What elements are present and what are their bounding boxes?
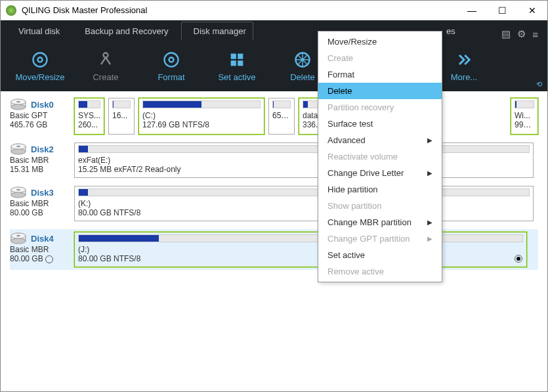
tab-bar: Virtual disk Backup and Recovery Disk ma… xyxy=(1,20,547,40)
partition-fill xyxy=(273,101,274,108)
svg-point-27 xyxy=(11,238,26,244)
disk-info: Disk4Basic MBR80.00 GB xyxy=(10,232,70,267)
partition[interactable]: (C:)127.69 GB NTFS/8 xyxy=(138,98,264,135)
partition-fill xyxy=(79,101,87,108)
menu-item-change-drive-letter[interactable]: Change Drive Letter▶ xyxy=(318,165,442,181)
refresh-icon[interactable]: ⟲ xyxy=(536,80,542,89)
menu-item-label: Create xyxy=(327,53,353,63)
format-icon xyxy=(138,50,204,70)
disk-size: 80.00 GB xyxy=(10,254,70,263)
radio-on[interactable] xyxy=(515,255,522,263)
menu-icon[interactable]: ≡ xyxy=(532,29,538,40)
menu-item-reactivate-volume: Reactivate volume xyxy=(318,148,442,165)
menu-item-label: Remove active xyxy=(327,267,384,276)
close-button[interactable]: ✕ xyxy=(517,1,547,20)
svg-point-17 xyxy=(11,149,26,154)
disk-type: Basic MBR xyxy=(10,245,70,254)
partition-sublabel: 80.00 GB NTFS/8 xyxy=(78,254,523,263)
disk-icon xyxy=(10,186,27,199)
partition[interactable]: exFat(E:)15.25 MB exFAT/2 Read-only xyxy=(74,142,534,178)
partition-bar xyxy=(78,100,100,108)
create-label: Create xyxy=(73,72,138,82)
partition-bar xyxy=(78,188,530,196)
toolbar: Move/ResizeCreateFormatSet activeDeletee… xyxy=(1,40,547,91)
toolbar-set-active[interactable]: Set active xyxy=(204,50,270,82)
set-active-icon xyxy=(204,50,270,70)
partition-bar xyxy=(515,100,534,108)
submenu-arrow-icon: ▶ xyxy=(427,137,432,144)
svg-point-19 xyxy=(16,146,20,147)
move-resize-icon xyxy=(7,50,73,70)
menu-item-delete[interactable]: Delete xyxy=(318,83,442,99)
menu-item-hide-partition[interactable]: Hide partition xyxy=(318,181,442,198)
menu-item-label: Format xyxy=(327,70,354,79)
menu-item-label: Change Drive Letter xyxy=(327,168,404,178)
disk-size: 15.31 MB xyxy=(10,165,70,174)
list-icon[interactable]: ▤ xyxy=(501,28,511,40)
disk-name: Disk0 xyxy=(31,100,54,110)
menu-item-label: Move/Resize xyxy=(327,37,377,47)
partition[interactable]: 653... xyxy=(268,98,295,135)
partition-sublabel: 80.00 GB NTFS/8 xyxy=(78,208,530,217)
menu-item-move-resize[interactable]: Move/Resize xyxy=(318,33,442,50)
toolbar-move-resize[interactable]: Move/Resize xyxy=(7,50,73,82)
partition[interactable]: 16... xyxy=(108,98,135,135)
disk-type: Basic MBR xyxy=(10,156,70,165)
tab-disk-manager[interactable]: Disk manager xyxy=(181,22,253,40)
partition-sublabel: 127.69 GB NTFS/8 xyxy=(142,120,261,129)
menu-item-advanced[interactable]: Advanced▶ xyxy=(318,132,442,148)
menu-item-partition-recovery: Partition recovery xyxy=(318,99,442,116)
partition-fill xyxy=(515,101,516,108)
disk-row-disk3[interactable]: Disk3Basic MBR80.00 GB(K:)80.00 GB NTFS/… xyxy=(10,186,538,221)
partition[interactable]: SYS...260... xyxy=(74,98,104,135)
disk-icon xyxy=(10,232,27,245)
partition[interactable]: Wi...995... xyxy=(511,98,538,135)
partition[interactable]: (J:)80.00 GB NTFS/8 xyxy=(74,232,527,267)
disk-name: Disk4 xyxy=(31,234,54,244)
disk-name: Disk3 xyxy=(31,188,54,198)
set-active-label: Set active xyxy=(204,72,270,82)
gear-icon[interactable]: ⚙ xyxy=(517,28,526,40)
toolbar-format[interactable]: Format xyxy=(138,50,204,82)
menu-item-label: Delete xyxy=(327,86,352,96)
partition-fill xyxy=(303,101,308,108)
disk-type: Basic MBR xyxy=(10,199,70,208)
menu-item-label: Partition recovery xyxy=(327,102,394,112)
disk-row-disk0[interactable]: Disk0Basic GPT465.76 GBSYS...260...16...… xyxy=(10,98,538,135)
partition-label: (C:) xyxy=(142,111,261,120)
disk-name: Disk2 xyxy=(31,144,54,154)
partition-bar xyxy=(142,100,261,108)
menu-item-label: Change MBR partition xyxy=(327,217,411,227)
disk-row-disk4[interactable]: Disk4Basic MBR80.00 GB (J:)80.00 GB NTFS… xyxy=(10,229,538,270)
disk-list: Disk0Basic GPT465.76 GBSYS...260...16...… xyxy=(1,91,547,284)
menu-item-format[interactable]: Format xyxy=(318,66,442,83)
titlebar: QILING Disk Master Professional — ☐ ✕ xyxy=(1,1,547,20)
svg-rect-8 xyxy=(238,60,243,66)
partition-sublabel: 15.25 MB exFAT/2 Read-only xyxy=(78,165,530,174)
toolbar-create: Create xyxy=(73,50,138,82)
partition-sublabel: 653... xyxy=(272,111,291,120)
maximize-button[interactable]: ☐ xyxy=(487,1,517,20)
minimize-button[interactable]: — xyxy=(457,1,487,20)
menu-item-surface-test[interactable]: Surface test xyxy=(318,116,442,132)
create-icon xyxy=(73,50,138,70)
partition[interactable]: (K:)80.00 GB NTFS/8 xyxy=(74,186,534,221)
svg-rect-6 xyxy=(238,53,243,58)
partition-label: Wi... xyxy=(515,111,534,120)
partition-fill xyxy=(79,146,88,152)
tab-right-icons: ▤ ⚙ ≡ xyxy=(501,28,542,40)
menu-item-remove-active: Remove active xyxy=(318,263,442,280)
disk-size: 465.76 GB xyxy=(10,120,70,129)
svg-point-4 xyxy=(169,57,174,62)
partition-bar xyxy=(112,100,131,108)
disk-icon xyxy=(10,98,27,111)
disk-row-disk2[interactable]: Disk2Basic MBR15.31 MBexFat(E:)15.25 MB … xyxy=(10,142,538,178)
tab-backup-recovery[interactable]: Backup and Recovery xyxy=(72,22,180,40)
menu-item-change-mbr-partition[interactable]: Change MBR partition▶ xyxy=(318,214,442,230)
radio-off[interactable] xyxy=(45,255,53,263)
partition-label: exFat(E:) xyxy=(78,156,530,165)
toolbar-more[interactable]: More... xyxy=(438,50,490,82)
tab-virtual-disk[interactable]: Virtual disk xyxy=(6,22,72,40)
format-label: Format xyxy=(138,72,204,82)
menu-item-set-active[interactable]: Set active xyxy=(318,247,442,263)
